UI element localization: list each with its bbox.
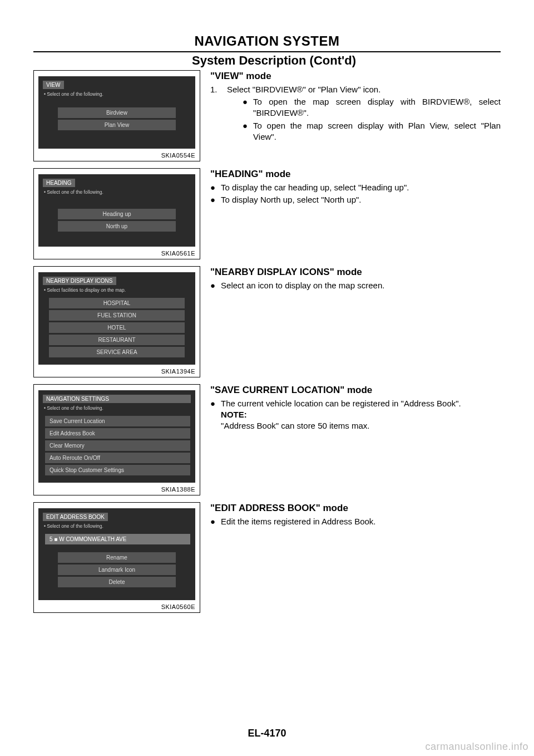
bullet-text: To display the car heading up, select "H…	[221, 182, 501, 193]
menu-item: Landmark Icon	[58, 564, 176, 575]
screen-view: VIEW • Select one of the following. Bird…	[38, 76, 195, 149]
screen-title: VIEW	[43, 81, 64, 89]
screen-title: NEARBY DISPLAY ICONS	[43, 277, 116, 285]
figure-view: VIEW • Select one of the following. Bird…	[33, 70, 200, 161]
bullet-text: To display North up, select "North up".	[221, 194, 501, 205]
section-heading: "HEADING" mode	[210, 168, 501, 181]
section-heading: "NEARBY DISPLAY ICONS" mode	[210, 266, 501, 279]
figure-id: SKIA0561E	[38, 247, 195, 257]
menu-item: SERVICE AREA	[49, 347, 185, 357]
list-number: 1.	[210, 84, 221, 144]
menu-item: HOSPITAL	[49, 298, 185, 308]
figure-id: SKIA1394E	[38, 365, 195, 375]
menu-item: RESTAURANT	[49, 335, 185, 345]
menu-item: Rename	[58, 552, 176, 563]
figure-id: SKIA0554E	[38, 149, 195, 159]
menu-item: Clear Memory	[45, 440, 190, 451]
note-label: NOTE:	[221, 410, 247, 419]
figure-nearby: NEARBY DISPLAY ICONS • Select facilities…	[33, 266, 200, 377]
menu-item: Auto Reroute On/Off	[45, 453, 190, 463]
bullet-text: The current vehicle location can be regi…	[221, 399, 461, 408]
bullet-text: Select an icon to display on the map scr…	[221, 280, 501, 291]
screen-nav-settings: NAVIGATION SETTINGS • Select one of the …	[38, 390, 195, 483]
figure-save-location: NAVIGATION SETTINGS • Select one of the …	[33, 384, 200, 495]
menu-item: FUEL STATION	[49, 310, 185, 321]
figure-id: SKIA0560E	[38, 600, 195, 610]
screen-hint: • Select one of the following.	[43, 187, 191, 198]
bullet-text: Edit the items registered in Address Boo…	[221, 516, 501, 527]
menu-item: Heading up	[58, 209, 176, 219]
screen-nearby: NEARBY DISPLAY ICONS • Select facilities…	[38, 272, 195, 365]
screen-hint: • Select one of the following.	[43, 521, 191, 532]
section-heading: "VIEW" mode	[210, 70, 501, 83]
list-text: Select "BIRDVIEW®" or "Plan View" icon.	[227, 85, 380, 94]
divider	[33, 51, 501, 52]
figure-edit-address: EDIT ADDRESS BOOK • Select one of the fo…	[33, 502, 200, 613]
figure-id: SKIA1388E	[38, 483, 195, 493]
screen-hint: • Select facilities to display on the ma…	[43, 285, 191, 296]
screen-heading: HEADING • Select one of the following. H…	[38, 174, 195, 247]
menu-item: Birdview	[58, 107, 176, 118]
figure-heading: HEADING • Select one of the following. H…	[33, 168, 200, 259]
menu-item: Save Current Location	[45, 416, 190, 426]
selected-item: 5 ■ W COMMONWEALTH AVE	[45, 534, 190, 544]
menu-item: HOTEL	[49, 322, 185, 333]
menu-item: Delete	[58, 577, 176, 587]
bullet-text: To open the map screen display with BIRD…	[253, 96, 501, 119]
menu-item: Quick Stop Customer Settings	[45, 465, 190, 475]
screen-hint: • Select one of the following.	[43, 89, 191, 100]
screen-edit-address: EDIT ADDRESS BOOK • Select one of the fo…	[38, 508, 195, 600]
watermark: carmanualsonline.info	[425, 741, 528, 753]
section-heading: "SAVE CURRENT LOCATION" mode	[210, 384, 501, 397]
page-subtitle: System Description (Cont'd)	[33, 53, 501, 68]
menu-item: Plan View	[58, 120, 176, 130]
screen-title: NAVIGATION SETTINGS	[43, 395, 191, 403]
page-number: EL-4170	[0, 728, 534, 739]
screen-title: HEADING	[43, 179, 75, 187]
menu-item: Edit Address Book	[45, 428, 190, 439]
screen-hint: • Select one of the following.	[43, 403, 191, 414]
screen-title: EDIT ADDRESS BOOK	[43, 513, 108, 521]
menu-item: North up	[58, 221, 176, 232]
bullet-text: To open the map screen display with Plan…	[253, 120, 501, 143]
page-title: NAVIGATION SYSTEM	[33, 33, 501, 49]
section-heading: "EDIT ADDRESS BOOK" mode	[210, 502, 501, 515]
note-text: "Address Book" can store 50 items max.	[221, 421, 369, 430]
